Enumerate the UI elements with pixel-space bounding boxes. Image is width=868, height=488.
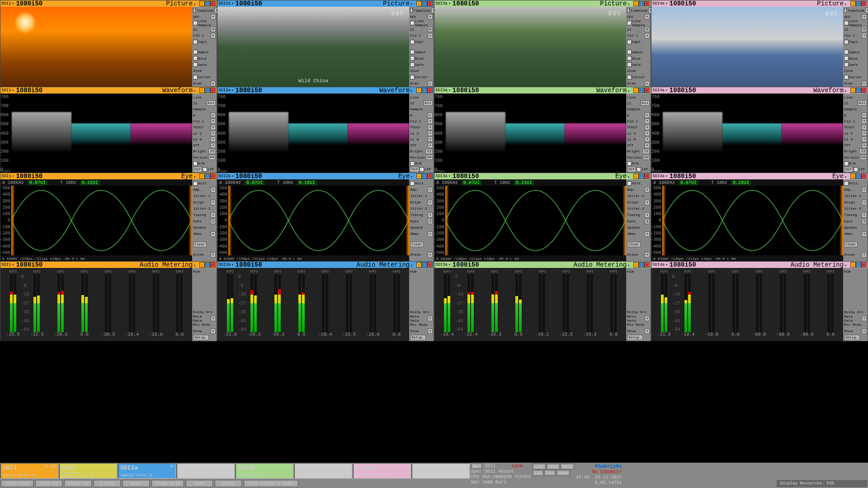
side-button[interactable]: ▾ [211, 187, 216, 192]
side-button[interactable]: All [858, 100, 867, 106]
side-button[interactable]: 50 [860, 155, 867, 160]
side-button[interactable]: ▾ [211, 328, 216, 334]
side-button[interactable]: ▾ [428, 231, 433, 237]
close-icon[interactable]: × [644, 1, 650, 6]
side-button[interactable]: ▾ [862, 200, 867, 205]
source-status-box[interactable]: SDI1AE DD21080i50 YCC422-10 [0, 463, 59, 479]
audio-meter-bar[interactable] [495, 274, 498, 332]
minimize-icon[interactable]: – [850, 1, 856, 6]
audio-meter-bar[interactable] [370, 274, 373, 332]
side-button[interactable]: 0 [862, 27, 867, 32]
side-button[interactable]: ▾ [645, 328, 650, 334]
audio-meter-bar[interactable] [760, 274, 762, 332]
audio-meter-bar[interactable] [10, 274, 13, 332]
side-button[interactable]: All [207, 100, 216, 106]
source-dropdown[interactable]: SDI2a [218, 263, 234, 267]
source-dropdown[interactable]: SDI3a [435, 263, 451, 267]
side-button[interactable]: All [424, 100, 433, 106]
def-button[interactable]: Def [844, 167, 853, 172]
checkbox[interactable]: ✓ [410, 8, 413, 13]
mode-dropdown[interactable]: Audio Metering [574, 261, 630, 268]
waveform-display[interactable]: 7667006005004003002001000YCbCr [434, 94, 626, 173]
clear-button[interactable]: Clear [627, 242, 641, 247]
side-button[interactable]: 23 [859, 149, 867, 154]
waveform-display[interactable]: 7667006005004003002001000YCbCr [0, 94, 192, 173]
side-button[interactable]: ▾ [645, 125, 650, 130]
mode-dropdown[interactable]: Eye [181, 173, 196, 180]
side-button[interactable]: ▾ [645, 131, 650, 136]
side-button[interactable]: ▾ [645, 143, 650, 148]
side-button[interactable]: 23 [425, 149, 433, 154]
mode-dropdown[interactable]: Waveform [596, 87, 630, 94]
side-button[interactable]: ▸ [645, 113, 650, 118]
close-icon[interactable]: × [861, 88, 867, 93]
maximize-icon[interactable]: □ [422, 88, 427, 93]
prst-menu-button[interactable]: Prst [547, 464, 560, 469]
audio-meter-bar[interactable] [254, 274, 257, 332]
checkbox[interactable] [410, 56, 415, 61]
setup-button[interactable]: Setup. [193, 335, 209, 340]
checkbox[interactable] [193, 181, 198, 186]
side-button[interactable]: ▸ [211, 81, 216, 86]
source-status-box[interactable]: SDI4aAE1080i50 YCC422-10 [353, 463, 411, 479]
checkbox[interactable] [410, 62, 415, 67]
side-button[interactable]: ▾ [428, 187, 433, 192]
audio-meter-bar[interactable] [298, 274, 301, 332]
mode-dropdown[interactable]: Audio Metering [791, 261, 847, 268]
maximize-icon[interactable]: □ [422, 1, 427, 6]
checkbox[interactable] [627, 56, 632, 61]
audio-meter-bar[interactable] [373, 274, 376, 332]
checkbox[interactable] [627, 21, 632, 25]
side-button[interactable]: ▾ [428, 252, 433, 258]
audio-meter-bar[interactable] [736, 274, 739, 332]
audio-meter-bar[interactable] [732, 274, 735, 332]
minimize-icon[interactable]: – [199, 88, 205, 93]
source-dropdown[interactable]: SDI2a [218, 1, 234, 6]
checkbox[interactable] [410, 161, 415, 166]
maximize-icon[interactable]: □ [205, 262, 210, 267]
checkbox[interactable] [193, 62, 198, 67]
lpf-checkbox[interactable] [854, 167, 858, 172]
checkbox[interactable] [410, 75, 415, 80]
side-button[interactable]: ▾ [645, 118, 650, 124]
side-button[interactable]: ▾ [428, 328, 433, 334]
minimize-icon[interactable]: – [850, 174, 856, 179]
audio-meter-bar[interactable] [302, 274, 305, 332]
source-dropdown[interactable]: SDI4a [652, 174, 668, 178]
side-button[interactable]: ▾ [862, 33, 867, 38]
checkbox[interactable] [193, 161, 198, 166]
checkbox[interactable]: ✓ [844, 8, 847, 13]
video-preview[interactable]: BBC [434, 7, 626, 87]
side-button[interactable]: ▾ [211, 212, 216, 218]
side-button[interactable]: 50 [426, 155, 433, 160]
source-status-box[interactable]: SDI4bAAbsent [411, 463, 470, 479]
audio-meter-bar[interactable] [712, 274, 715, 332]
close-icon[interactable]: × [427, 262, 433, 267]
source-dropdown[interactable]: SDI1 [1, 174, 14, 178]
audio-meter-bar[interactable] [590, 274, 593, 332]
menu2-button[interactable]: Menu [557, 470, 570, 476]
side-button[interactable]: 23 [208, 149, 216, 154]
preset-button[interactable]: audio [123, 480, 150, 487]
checkbox[interactable] [844, 40, 849, 44]
preset-button[interactable]: chnl 15 [35, 480, 62, 487]
eye-display[interactable]: A 100kHz0.07UIT 10Hz0.22UI50040030020010… [0, 179, 192, 262]
audio-meter-bar[interactable] [105, 274, 108, 332]
preset-button[interactable]: full screen w audio [244, 480, 298, 487]
side-button[interactable]: ▸ [211, 113, 216, 118]
mode-dropdown[interactable]: Audio Metering [357, 261, 413, 268]
side-button[interactable]: ▾ [428, 33, 433, 38]
audio-meter-bar[interactable] [81, 274, 84, 332]
close-icon[interactable]: × [644, 262, 650, 267]
minimize-icon[interactable]: – [850, 262, 856, 267]
def-button[interactable]: Def [627, 167, 636, 172]
load-prst-button[interactable]: Load [533, 464, 546, 469]
preset-button[interactable]: data [186, 480, 213, 487]
checkbox[interactable] [844, 50, 849, 54]
audio-meter-bar[interactable] [471, 274, 474, 332]
side-button[interactable]: ▸ [645, 81, 650, 86]
checkbox[interactable] [627, 62, 632, 67]
minimize-icon[interactable]: – [416, 174, 422, 179]
side-button[interactable]: ▾ [862, 187, 867, 192]
audio-meter-bar[interactable] [326, 274, 328, 332]
